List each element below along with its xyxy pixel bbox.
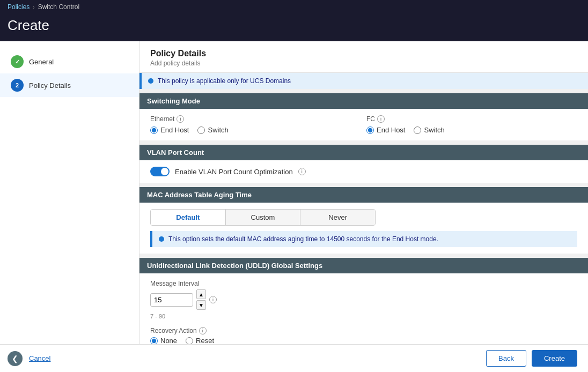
mac-address-body: Default Custom Never This option sets th… bbox=[139, 203, 588, 254]
ethernet-end-host-option[interactable]: End Host bbox=[150, 126, 189, 134]
mac-tab-never[interactable]: Never bbox=[300, 210, 375, 225]
recovery-none-label: None bbox=[160, 337, 177, 345]
fc-switch-option[interactable]: Switch bbox=[414, 126, 444, 134]
footer: ❮ Cancel Back Create bbox=[0, 344, 588, 372]
breadcrumb-bar: Policies › Switch Control bbox=[0, 0, 588, 14]
page-title-bar: Create bbox=[0, 14, 588, 41]
create-button[interactable]: Create bbox=[532, 350, 577, 367]
mac-tab-default[interactable]: Default bbox=[151, 210, 226, 225]
ethernet-end-host-radio[interactable] bbox=[150, 127, 158, 134]
mac-address-block: MAC Address Table Aging Time Default Cus… bbox=[139, 187, 588, 254]
breadcrumb-parent[interactable]: Policies bbox=[8, 3, 30, 11]
ethernet-end-host-label: End Host bbox=[160, 126, 189, 134]
recovery-none-radio[interactable] bbox=[150, 337, 158, 345]
fc-end-host-option[interactable]: End Host bbox=[366, 126, 405, 134]
ethernet-label: Ethernet i bbox=[150, 115, 361, 123]
divider-3 bbox=[139, 183, 588, 187]
message-interval-range: 7 - 90 bbox=[150, 313, 577, 319]
fc-switch-label: Switch bbox=[424, 126, 444, 134]
fc-end-host-label: End Host bbox=[377, 126, 405, 134]
recovery-reset-option[interactable]: Reset bbox=[186, 337, 214, 345]
ethernet-info-icon: i bbox=[177, 115, 184, 123]
switching-mode-body: Ethernet i End Host Switch bbox=[139, 109, 588, 140]
message-interval-info-icon: i bbox=[209, 296, 217, 303]
recovery-action-label: Recovery Action i bbox=[150, 327, 577, 334]
sidebar-item-general[interactable]: ✓ General bbox=[0, 50, 139, 73]
sidebar-label-policy-details: Policy Details bbox=[29, 81, 71, 90]
info-banner: This policy is applicable only for UCS D… bbox=[139, 73, 588, 89]
vlan-port-count-header: VLAN Port Count bbox=[139, 145, 588, 160]
recovery-none-option[interactable]: None bbox=[150, 337, 177, 345]
recovery-action-info-icon: i bbox=[199, 327, 207, 334]
sidebar-badge-general: ✓ bbox=[11, 55, 24, 68]
vlan-toggle-switch[interactable] bbox=[150, 167, 170, 176]
mac-tab-group: Default Custom Never bbox=[150, 209, 376, 226]
info-dot-icon bbox=[148, 78, 153, 84]
section-subtitle: Add policy details bbox=[150, 59, 577, 67]
switching-mode-block: Switching Mode Ethernet i End Host bbox=[139, 93, 588, 140]
ethernet-switch-option[interactable]: Switch bbox=[197, 126, 228, 134]
footer-right: Back Create bbox=[486, 350, 577, 367]
mac-info-text: This option sets the default MAC address… bbox=[168, 235, 438, 243]
divider-4 bbox=[139, 254, 588, 258]
info-banner-text: This policy is applicable only for UCS D… bbox=[158, 77, 291, 85]
recovery-action-field: Recovery Action i None Reset bbox=[150, 327, 577, 345]
recovery-reset-radio[interactable] bbox=[186, 337, 193, 345]
switching-grid: Ethernet i End Host Switch bbox=[150, 115, 577, 134]
sidebar-label-general: General bbox=[29, 58, 54, 66]
message-interval-down-btn[interactable]: ▼ bbox=[196, 300, 206, 310]
recovery-action-radio-group: None Reset bbox=[150, 337, 577, 345]
fc-label: FC i bbox=[366, 115, 577, 123]
fc-group: FC i End Host Switch bbox=[366, 115, 577, 134]
vlan-toggle-row: Enable VLAN Port Count Optimization i bbox=[150, 167, 577, 176]
divider-2 bbox=[139, 140, 588, 145]
cancel-button[interactable]: Cancel bbox=[26, 354, 54, 362]
sidebar: ✓ General 2 Policy Details bbox=[0, 41, 139, 372]
main-layout: ✓ General 2 Policy Details Policy Detail… bbox=[0, 41, 588, 372]
message-interval-input[interactable] bbox=[150, 293, 193, 307]
sidebar-badge-policy-details: 2 bbox=[11, 79, 24, 92]
section-top: Policy Details Add policy details bbox=[139, 41, 588, 73]
message-interval-field: Message Interval ▲ ▼ i 7 - 90 bbox=[150, 280, 577, 319]
fc-info-icon: i bbox=[377, 115, 385, 123]
ethernet-radio-group: End Host Switch bbox=[150, 126, 361, 134]
divider-1 bbox=[139, 89, 588, 93]
message-interval-input-wrap: ▲ ▼ i bbox=[150, 289, 577, 310]
udld-block: Unidirectional Link Detection (UDLD) Glo… bbox=[139, 258, 588, 359]
section-title: Policy Details bbox=[150, 49, 577, 58]
footer-left: ❮ Cancel bbox=[8, 351, 54, 366]
mac-tab-custom[interactable]: Custom bbox=[226, 210, 301, 225]
breadcrumb-separator: › bbox=[33, 4, 34, 10]
collapse-sidebar-btn[interactable]: ❮ bbox=[8, 351, 23, 366]
mac-address-header: MAC Address Table Aging Time bbox=[139, 187, 588, 203]
vlan-info-icon: i bbox=[298, 168, 306, 175]
udld-header: Unidirectional Link Detection (UDLD) Glo… bbox=[139, 258, 588, 273]
breadcrumb-current: Switch Control bbox=[38, 3, 79, 11]
vlan-port-count-block: VLAN Port Count Enable VLAN Port Count O… bbox=[139, 145, 588, 183]
vlan-toggle-label: Enable VLAN Port Count Optimization bbox=[175, 168, 293, 176]
fc-radio-group: End Host Switch bbox=[366, 126, 577, 134]
ethernet-group: Ethernet i End Host Switch bbox=[150, 115, 361, 134]
switching-mode-header: Switching Mode bbox=[139, 93, 588, 109]
message-interval-up-btn[interactable]: ▲ bbox=[196, 289, 206, 299]
vlan-toggle-slider bbox=[150, 167, 170, 176]
ethernet-switch-label: Switch bbox=[208, 126, 228, 134]
page-title: Create bbox=[8, 17, 580, 34]
fc-end-host-radio[interactable] bbox=[366, 127, 374, 134]
back-button[interactable]: Back bbox=[486, 350, 526, 367]
sidebar-item-policy-details[interactable]: 2 Policy Details bbox=[0, 73, 139, 97]
message-interval-label: Message Interval bbox=[150, 280, 577, 287]
mac-info-banner: This option sets the default MAC address… bbox=[150, 231, 577, 247]
vlan-port-count-body: Enable VLAN Port Count Optimization i bbox=[139, 160, 588, 183]
content-area: Policy Details Add policy details This p… bbox=[139, 41, 588, 372]
fc-switch-radio[interactable] bbox=[414, 127, 421, 134]
recovery-reset-label: Reset bbox=[196, 337, 214, 345]
ethernet-switch-radio[interactable] bbox=[197, 127, 205, 134]
mac-info-dot bbox=[159, 236, 164, 242]
